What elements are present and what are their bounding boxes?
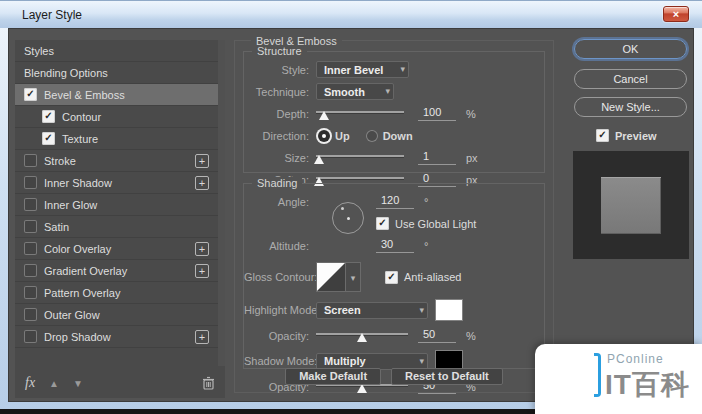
- structure-group: Structure Style: Inner Bevel ▾ Technique…: [243, 51, 545, 173]
- dialog-title: Layer Style: [22, 8, 82, 22]
- sidebar-item-label: Blending Options: [24, 67, 108, 79]
- style-label: Style:: [244, 64, 316, 76]
- unchecked-checkbox[interactable]: [24, 330, 37, 343]
- sidebar-item-gradient-overlay[interactable]: Gradient Overlay+: [15, 260, 218, 282]
- sidebar-item-blending-options[interactable]: Blending Options: [15, 62, 218, 84]
- altitude-label: Altitude:: [244, 240, 316, 252]
- styles-scrollbar[interactable]: [218, 40, 225, 366]
- anti-aliased-checkbox[interactable]: ✓: [385, 271, 398, 284]
- fx-icon[interactable]: fx: [25, 375, 35, 391]
- new-style-button[interactable]: New Style...: [574, 97, 687, 117]
- unchecked-checkbox[interactable]: [24, 220, 37, 233]
- style-select[interactable]: Inner Bevel ▾: [316, 61, 409, 78]
- cancel-button[interactable]: Cancel: [574, 69, 687, 89]
- gloss-contour-label: Gloss Contour:: [244, 271, 316, 283]
- technique-value: Smooth: [324, 86, 365, 98]
- make-default-button[interactable]: Make Default: [285, 368, 381, 385]
- styles-footer: fx ▲ ▼: [15, 368, 225, 398]
- move-up-icon[interactable]: ▲: [49, 378, 59, 389]
- slider-thumb[interactable]: [319, 111, 329, 120]
- styles-sidebar: StylesBlending Options✓Bevel & Emboss✓Co…: [15, 40, 225, 398]
- add-instance-icon[interactable]: +: [195, 264, 209, 278]
- style-value: Inner Bevel: [324, 64, 383, 76]
- sidebar-item-label: Gradient Overlay: [44, 265, 127, 277]
- unchecked-checkbox[interactable]: [24, 154, 37, 167]
- chevron-down-icon[interactable]: ▾: [346, 262, 361, 292]
- layer-style-dialog: Layer Style × StylesBlending Options✓Bev…: [0, 0, 702, 414]
- checked-checkbox[interactable]: ✓: [24, 88, 37, 101]
- sidebar-item-label: Contour: [62, 111, 101, 123]
- sidebar-item-label: Inner Glow: [44, 199, 97, 211]
- chevron-down-icon: ▾: [419, 305, 424, 315]
- add-instance-icon[interactable]: +: [195, 242, 209, 256]
- direction-down-label: Down: [383, 130, 413, 142]
- preview-checkbox[interactable]: ✓: [596, 129, 609, 142]
- depth-value-field[interactable]: 100: [418, 106, 456, 121]
- direction-up-label: Up: [335, 130, 350, 142]
- highlight-opacity-slider[interactable]: [316, 329, 408, 343]
- sidebar-item-styles[interactable]: Styles: [15, 40, 218, 62]
- highlight-color-swatch[interactable]: [435, 299, 463, 321]
- gloss-contour-thumbnail[interactable]: [316, 262, 346, 292]
- chevron-down-icon: ▾: [400, 64, 405, 74]
- title-bar[interactable]: Layer Style ×: [0, 0, 702, 28]
- unchecked-checkbox[interactable]: [24, 242, 37, 255]
- size-label: Size:: [244, 152, 316, 164]
- sidebar-item-stroke[interactable]: Stroke+: [15, 150, 218, 172]
- unchecked-checkbox[interactable]: [24, 286, 37, 299]
- unchecked-checkbox[interactable]: [24, 308, 37, 321]
- size-slider[interactable]: [316, 151, 404, 165]
- sidebar-item-inner-shadow[interactable]: Inner Shadow+: [15, 172, 218, 194]
- unchecked-checkbox[interactable]: [24, 176, 37, 189]
- delete-effect-icon[interactable]: [202, 376, 215, 390]
- size-value-field[interactable]: 1: [418, 150, 456, 165]
- sidebar-item-bevel-emboss[interactable]: ✓Bevel & Emboss: [15, 84, 218, 106]
- sidebar-item-texture[interactable]: ✓Texture: [15, 128, 218, 150]
- highlight-opacity-unit: %: [466, 330, 476, 342]
- sidebar-item-pattern-overlay[interactable]: Pattern Overlay: [15, 282, 218, 304]
- sidebar-item-contour[interactable]: ✓Contour: [15, 106, 218, 128]
- move-down-icon[interactable]: ▼: [73, 378, 83, 389]
- angle-dial[interactable]: [332, 202, 364, 234]
- checked-checkbox[interactable]: ✓: [42, 132, 55, 145]
- default-buttons: Make Default Reset to Default: [235, 368, 553, 385]
- chevron-down-icon: ▾: [385, 86, 390, 96]
- sidebar-item-satin[interactable]: Satin: [15, 216, 218, 238]
- sidebar-item-drop-shadow[interactable]: Drop Shadow+: [15, 326, 218, 348]
- direction-up-radio[interactable]: [318, 130, 330, 142]
- add-instance-icon[interactable]: +: [195, 176, 209, 190]
- technique-select[interactable]: Smooth ▾: [316, 83, 394, 100]
- watermark-name: IT百科: [605, 366, 690, 404]
- unchecked-checkbox[interactable]: [24, 198, 37, 211]
- direction-down-radio[interactable]: [366, 130, 378, 142]
- altitude-value-field[interactable]: 30: [376, 238, 414, 253]
- depth-label: Depth:: [244, 108, 316, 120]
- shadow-mode-select[interactable]: Multiply ▾: [316, 353, 428, 370]
- preview-swatch: [601, 177, 661, 234]
- sidebar-item-outer-glow[interactable]: Outer Glow: [15, 304, 218, 326]
- unchecked-checkbox[interactable]: [24, 264, 37, 277]
- angle-value-field[interactable]: 120: [376, 194, 414, 209]
- use-global-light-label: Use Global Light: [395, 218, 476, 230]
- sidebar-item-label: Pattern Overlay: [44, 287, 120, 299]
- close-icon[interactable]: ×: [663, 6, 689, 22]
- slider-thumb[interactable]: [357, 333, 367, 342]
- highlight-mode-select[interactable]: Screen ▾: [316, 302, 428, 319]
- structure-legend: Structure: [252, 45, 307, 57]
- slider-thumb[interactable]: [314, 155, 324, 164]
- add-instance-icon[interactable]: +: [195, 154, 209, 168]
- checked-checkbox[interactable]: ✓: [42, 110, 55, 123]
- add-instance-icon[interactable]: +: [195, 330, 209, 344]
- anti-aliased-label: Anti-aliased: [404, 271, 461, 283]
- highlight-opacity-field[interactable]: 50: [418, 328, 456, 343]
- style-preview-thumbnail: [573, 151, 689, 259]
- sidebar-item-inner-glow[interactable]: Inner Glow: [15, 194, 218, 216]
- ok-button[interactable]: OK: [574, 39, 687, 59]
- magnifier-lens: [553, 361, 573, 381]
- depth-slider[interactable]: [316, 107, 404, 121]
- reset-to-default-button[interactable]: Reset to Default: [391, 368, 503, 385]
- direction-label: Direction:: [244, 130, 316, 142]
- sidebar-item-label: Color Overlay: [44, 243, 111, 255]
- sidebar-item-color-overlay[interactable]: Color Overlay+: [15, 238, 218, 260]
- use-global-light-checkbox[interactable]: ✓: [376, 217, 389, 230]
